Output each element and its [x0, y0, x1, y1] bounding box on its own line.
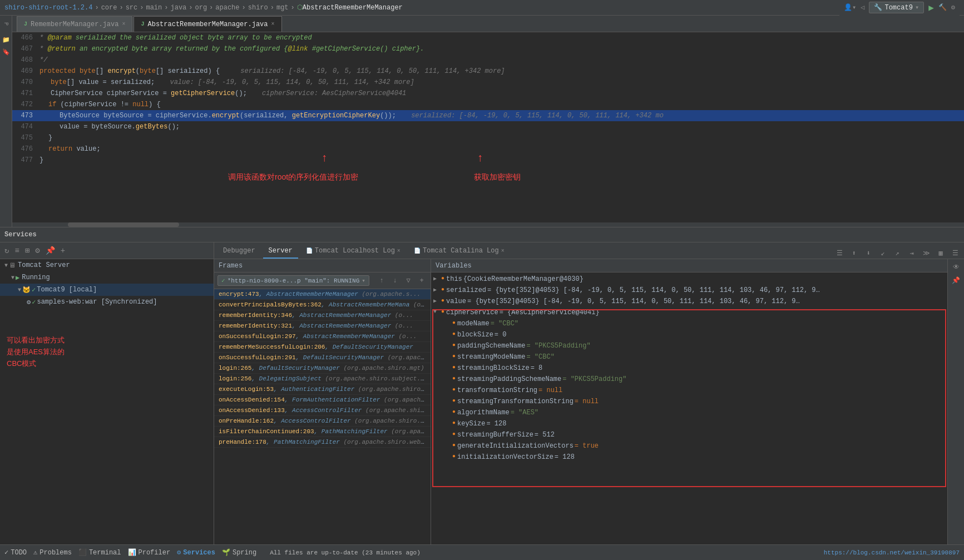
- frame-item-5[interactable]: rememberMeSuccessfulLogin:206, DefaultSe…: [214, 342, 431, 353]
- services-body: ↻ ≡ ⊞ ⚙ 📌 + ▼ 🖥 Tomcat Server ▼: [0, 242, 964, 544]
- frame-item-4[interactable]: onSuccessfulLogin:297, AbstractRememberM…: [214, 331, 431, 342]
- step-into[interactable]: ↙: [877, 247, 888, 259]
- profiler-button[interactable]: 📊 Profiler: [128, 548, 171, 557]
- frame-item-14[interactable]: preHandle:178, PathMatchingFilter (org.a…: [214, 437, 431, 448]
- build-icon[interactable]: 🔨: [938, 3, 947, 12]
- frame-item-8[interactable]: login:256, DelegatingSubject (org.apache…: [214, 374, 431, 384]
- frame-filter[interactable]: ▽: [403, 275, 414, 286]
- spring-button[interactable]: 🌱 Spring: [222, 548, 256, 557]
- tab-abstract-remember[interactable]: J AbstractRememberMeManager.java ×: [134, 16, 281, 32]
- tree-tomcat-server[interactable]: ▼ 🖥 Tomcat Server: [0, 259, 214, 271]
- var-item-11[interactable]: ● streamingTransformationString = null: [431, 397, 947, 408]
- blog-url[interactable]: https://blog.csdn.net/weixin_39190897: [824, 549, 960, 556]
- group-icon[interactable]: ⊞: [24, 245, 31, 256]
- breadcrumb-org[interactable]: org: [195, 4, 207, 12]
- sidebar-project[interactable]: 📁: [1, 34, 11, 44]
- thread-dropdown[interactable]: ✓ *http-nio-8090-e...p "main": RUNNING ▾: [217, 275, 369, 286]
- restore-icon[interactable]: ⬆: [848, 247, 859, 259]
- var-item-7[interactable]: ● streamingModeName = "CBC": [431, 353, 947, 364]
- frame-item-7[interactable]: login:265, DefaultSecurityManager (org.a…: [214, 363, 431, 374]
- tab-tomcat-localhost[interactable]: 📄 Tomcat Localhost Log ×: [300, 244, 406, 259]
- var-item-6[interactable]: ● paddingSchemeName = "PKCS5Padding": [431, 341, 947, 353]
- run-button[interactable]: ▶: [928, 2, 934, 13]
- add-icon[interactable]: +: [60, 245, 66, 256]
- var-item-15[interactable]: ● generateInitializationVectors = true: [431, 442, 947, 453]
- settings2[interactable]: ▦: [935, 247, 946, 259]
- tree-running[interactable]: ▼ ▶ Running: [0, 271, 214, 284]
- run-config-dropdown[interactable]: 🔧Tomcat9▾: [869, 2, 924, 13]
- filter-icon[interactable]: ⚙: [34, 245, 41, 256]
- frame-up[interactable]: ↑: [376, 275, 387, 286]
- user-icon[interactable]: 👤▾: [844, 3, 856, 12]
- sidebar-bookmark[interactable]: 🔖: [1, 47, 11, 57]
- breadcrumb-shiro[interactable]: shiro: [248, 4, 268, 12]
- step-out[interactable]: ↗: [892, 247, 903, 259]
- variables-list[interactable]: ▶ ● this {CookieRememberMeManager@4030} …: [431, 272, 947, 544]
- var-item-3[interactable]: ▼ ● cipherService = {AesCipherService@40…: [431, 308, 947, 319]
- breadcrumb-java[interactable]: java: [170, 4, 186, 12]
- settings-icon[interactable]: ⚙: [951, 3, 955, 12]
- nav-back[interactable]: ◁: [861, 3, 864, 12]
- todo-button[interactable]: ✓ TODO: [4, 548, 27, 557]
- var-item-1[interactable]: ▶ ● serialized = {byte[352]@4053} [-84, …: [431, 286, 947, 297]
- var-item-9[interactable]: ● streamingPaddingSchemeName = "PKCS5Pad…: [431, 375, 947, 386]
- tab-remember-manager[interactable]: J RememberMeManager.java ×: [17, 16, 132, 32]
- var-val-3: = {AesCipherService@4041}: [500, 309, 600, 316]
- tree-tomcat9-local[interactable]: ▼ 🐱 ✓ Tomcat9 [local]: [0, 284, 214, 296]
- frame-down[interactable]: ↓: [389, 275, 401, 286]
- tree-samples-war[interactable]: ⚙ ✓ samples-web:war [Synchronized]: [0, 296, 214, 308]
- terminal-button[interactable]: ⬛ Terminal: [78, 548, 121, 557]
- frame-item-11[interactable]: onAccessDenied:133, AccessControlFilter …: [214, 405, 431, 416]
- frame-item-9[interactable]: executeLogin:53, AuthenticatingFilter (o…: [214, 384, 431, 395]
- debugger-panel: Debugger Server 📄 Tomcat Localhost Log ×…: [214, 242, 964, 544]
- var-item-16[interactable]: ● initializationVectorSize = 128: [431, 453, 947, 464]
- frame-item-2[interactable]: rememberIdentity:346, AbstractRememberMe…: [214, 310, 431, 321]
- services-button[interactable]: ⚙ Services: [177, 548, 215, 557]
- breadcrumb-main[interactable]: main: [146, 4, 162, 12]
- watch-icon[interactable]: 👁: [951, 261, 962, 272]
- var-item-2[interactable]: ▶ ● value = {byte[352]@4053} [-84, -19, …: [431, 297, 947, 308]
- refresh-icon[interactable]: ↻: [3, 245, 10, 256]
- var-name-13: keySize: [457, 420, 485, 428]
- breadcrumb-src[interactable]: src: [126, 4, 138, 12]
- frame-item-3[interactable]: rememberIdentity:321, AbstractRememberMe…: [214, 321, 431, 331]
- breadcrumb-mgt[interactable]: mgt: [276, 4, 289, 12]
- problems-button[interactable]: ⚠ Problems: [33, 548, 72, 557]
- tab-debugger[interactable]: Debugger: [217, 244, 261, 259]
- frame-item-0[interactable]: encrypt:473, AbstractRememberMeManager (…: [214, 289, 431, 300]
- var-item-8[interactable]: ● streamingBlockSize = 8: [431, 364, 947, 375]
- frame-item-10[interactable]: onAccessDenied:154, FormAuthenticationFi…: [214, 395, 431, 405]
- collapse-icon[interactable]: ≡: [13, 245, 20, 256]
- pin2-icon[interactable]: 📌: [951, 275, 962, 286]
- frame-item-1[interactable]: convertPrincipalsByBytes:362, AbstractRe…: [214, 300, 431, 310]
- var-item-5[interactable]: ● blockSize = 0: [431, 330, 947, 341]
- var-spacer-16: [444, 453, 450, 459]
- frame-add[interactable]: +: [416, 275, 427, 286]
- frame-item-12[interactable]: onPreHandle:162, AccessControlFilter (or…: [214, 416, 431, 427]
- var-item-12[interactable]: ● algorithmName = "AES": [431, 408, 947, 419]
- more-opts[interactable]: ☰: [950, 247, 961, 259]
- var-item-4[interactable]: ● modeName = "CBC": [431, 319, 947, 330]
- tab-tomcat-catalina[interactable]: 📄 Tomcat Catalina Log ×: [408, 244, 510, 259]
- var-item-14[interactable]: ● streamingBufferSize = 512: [431, 430, 947, 442]
- tab-server[interactable]: Server: [263, 244, 298, 259]
- horizontal-scrollbar[interactable]: [12, 222, 964, 227]
- project-sidebar-toggle[interactable]: P: [0, 16, 12, 32]
- scrollbar-thumb[interactable]: [68, 222, 179, 227]
- var-val-11: = null: [575, 398, 599, 405]
- breadcrumb-apache[interactable]: apache: [215, 4, 239, 12]
- var-item-10[interactable]: ● transformationString = null: [431, 386, 947, 397]
- breadcrumb-core[interactable]: core: [101, 4, 117, 12]
- frame-item-6[interactable]: onSuccessfulLogin:291, DefaultSecurityMa…: [214, 353, 431, 363]
- step-over[interactable]: ⬇: [863, 247, 874, 259]
- run-to-cursor[interactable]: ⇥: [906, 247, 917, 259]
- pin-icon[interactable]: 📌: [45, 245, 56, 256]
- code-line-475: 475 }: [12, 132, 964, 143]
- evaluate[interactable]: ≫: [921, 247, 932, 259]
- var-item-13[interactable]: ● keySize = 128: [431, 419, 947, 430]
- breadcrumb-project[interactable]: shiro-shiro-root-1.2.4: [4, 4, 92, 12]
- var-item-0[interactable]: ▶ ● this {CookieRememberMeManager@4030}: [431, 275, 947, 286]
- frame-item-13[interactable]: isFilterChainContinued:203, PathMatching…: [214, 427, 431, 437]
- var-val-9: = "PKCS5Padding": [562, 375, 626, 383]
- layout-icon[interactable]: ☰: [834, 247, 845, 259]
